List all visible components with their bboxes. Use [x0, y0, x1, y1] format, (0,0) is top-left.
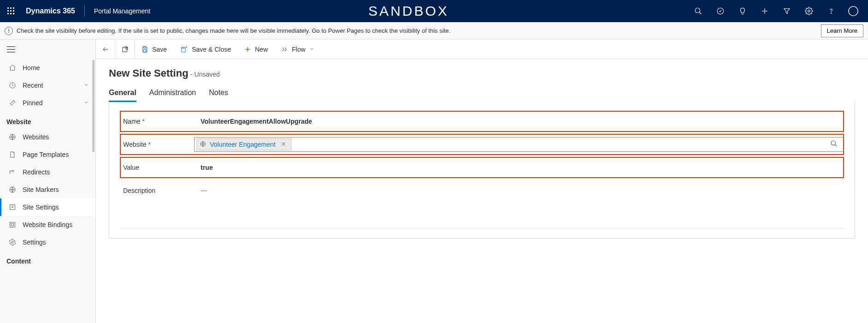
- task-timer-icon[interactable]: [709, 0, 731, 22]
- cmd-label: Flow: [292, 46, 306, 53]
- save-icon: [141, 46, 149, 53]
- sidebar-item-settings[interactable]: Settings: [0, 233, 95, 251]
- field-label-website: Website*: [120, 141, 194, 148]
- svg-point-15: [831, 13, 831, 13]
- save-button[interactable]: Save: [135, 40, 173, 59]
- back-button[interactable]: [96, 40, 115, 59]
- search-icon[interactable]: [687, 0, 709, 22]
- svg-rect-7: [10, 13, 12, 14]
- sidebar-section-content: Content: [0, 251, 95, 268]
- brand-label[interactable]: Dynamics 365: [22, 7, 83, 15]
- sidebar-item-label: Home: [23, 64, 40, 72]
- sidebar-item-label: Site Markers: [23, 186, 59, 193]
- svg-line-10: [699, 12, 702, 14]
- svg-rect-6: [7, 13, 9, 14]
- description-input[interactable]: ---: [194, 187, 844, 194]
- sidebar-item-site-markers[interactable]: Site Markers: [0, 181, 95, 198]
- svg-rect-3: [7, 10, 9, 12]
- info-icon: !: [5, 27, 13, 35]
- sidebar-section-website: Website: [0, 112, 95, 128]
- svg-line-38: [835, 144, 837, 146]
- flow-button[interactable]: Flow: [274, 40, 321, 59]
- lookup-selected-chip: Volunteer Engagement: [196, 138, 291, 150]
- header-divider: [84, 6, 85, 17]
- sidebar-item-websites[interactable]: Websites: [0, 128, 95, 146]
- sidebar-item-site-settings[interactable]: Site Settings: [0, 198, 95, 216]
- field-label-name: Name*: [120, 118, 194, 125]
- sidebar-item-website-bindings[interactable]: Website Bindings: [0, 216, 95, 233]
- cmd-label: Save & Close: [192, 46, 231, 53]
- settings-list-icon: [8, 203, 17, 211]
- gear-icon[interactable]: [798, 0, 820, 22]
- page-title: New Site Setting: [109, 67, 188, 79]
- svg-rect-30: [143, 49, 146, 52]
- lightbulb-icon[interactable]: [731, 0, 754, 22]
- sidebar-item-label: Site Settings: [23, 203, 59, 211]
- svg-point-37: [831, 141, 835, 145]
- save-close-icon: [180, 46, 188, 53]
- site-visibility-notice: ! Check the site visibility before editi…: [0, 22, 868, 40]
- svg-rect-4: [10, 10, 12, 12]
- global-header: Dynamics 365 Portal Management SANDBOX: [0, 0, 868, 22]
- pin-icon: [8, 99, 17, 107]
- field-label-description: Description: [120, 187, 194, 194]
- sidebar-scrollbar[interactable]: [92, 60, 95, 152]
- record-status: - Unsaved: [190, 71, 220, 78]
- notice-text: Check the site visibility before editing…: [17, 27, 451, 34]
- tab-general[interactable]: General: [109, 89, 137, 102]
- gear-icon: [8, 239, 17, 246]
- globe-icon: [8, 133, 17, 141]
- sidebar-item-redirects[interactable]: Redirects: [0, 163, 95, 181]
- new-button[interactable]: New: [238, 40, 274, 59]
- help-icon[interactable]: [820, 0, 842, 22]
- sidebar-toggle[interactable]: [0, 40, 22, 59]
- sidebar-item-pinned[interactable]: Pinned: [0, 94, 95, 112]
- app-launcher-button[interactable]: [0, 0, 22, 22]
- command-bar: Save Save & Close New Flow: [96, 40, 868, 59]
- sidebar-item-home[interactable]: Home: [0, 59, 95, 77]
- svg-point-16: [849, 6, 858, 16]
- sidebar-item-label: Page Templates: [23, 151, 69, 158]
- app-name-label[interactable]: Portal Management: [87, 7, 158, 15]
- globe-icon: [8, 186, 17, 193]
- svg-rect-1: [10, 7, 12, 9]
- required-indicator: *: [148, 141, 150, 148]
- field-row-website: Website* Volunteer Engagement: [120, 134, 844, 155]
- clock-icon: [8, 82, 17, 89]
- filter-icon[interactable]: [776, 0, 798, 22]
- sidebar-item-label: Settings: [23, 239, 46, 246]
- add-icon[interactable]: [754, 0, 776, 22]
- value-input[interactable]: true: [194, 164, 844, 171]
- open-in-new-window-button[interactable]: [115, 40, 135, 59]
- svg-rect-8: [13, 13, 14, 14]
- field-row-name: Name* VolunteerEngagementAllowUpgrade: [120, 111, 844, 132]
- form-header: New Site Setting - Unsaved: [109, 67, 855, 79]
- lookup-link[interactable]: Volunteer Engagement: [210, 141, 275, 148]
- sidebar-item-label: Recent: [23, 82, 43, 89]
- header-actions: [687, 0, 868, 22]
- tab-administration[interactable]: Administration: [149, 89, 196, 102]
- sidebar: Home Recent Pinned Website Websites Page…: [0, 40, 96, 323]
- tab-notes[interactable]: Notes: [209, 89, 228, 102]
- sidebar-item-label: Website Bindings: [23, 221, 72, 228]
- chevron-down-icon: [83, 82, 89, 89]
- lookup-search-icon[interactable]: [826, 140, 841, 149]
- field-row-description: Description ---: [120, 180, 844, 201]
- save-close-button[interactable]: Save & Close: [173, 40, 238, 59]
- flow-icon: [281, 46, 288, 53]
- sidebar-item-label: Pinned: [23, 99, 43, 107]
- svg-point-14: [808, 10, 810, 12]
- account-avatar[interactable]: [842, 0, 864, 22]
- svg-rect-5: [13, 10, 14, 12]
- content-area: Save Save & Close New Flow New Site Sett…: [96, 40, 868, 323]
- remove-lookup-icon[interactable]: [279, 141, 288, 148]
- learn-more-button[interactable]: Learn More: [821, 24, 863, 37]
- field-row-value: Value true: [120, 157, 844, 178]
- globe-icon: [200, 141, 206, 149]
- name-input[interactable]: VolunteerEngagementAllowUpgrade: [194, 118, 844, 125]
- environment-label: SANDBOX: [369, 3, 477, 19]
- sidebar-item-page-templates[interactable]: Page Templates: [0, 146, 95, 163]
- cmd-label: New: [255, 46, 268, 53]
- sidebar-item-recent[interactable]: Recent: [0, 77, 95, 94]
- website-lookup-input[interactable]: Volunteer Engagement: [194, 137, 844, 152]
